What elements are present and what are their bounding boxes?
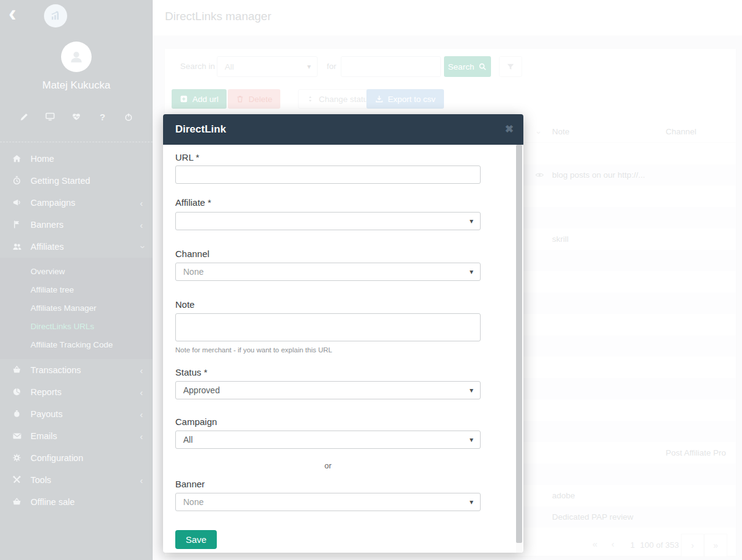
banner-value: None xyxy=(183,497,203,507)
modal-body: URL * Affiliate * ▾ Channel None ▾ Note … xyxy=(163,145,523,553)
modal-scrollbar[interactable] xyxy=(516,145,522,553)
affiliate-label: Affiliate * xyxy=(175,197,211,208)
affiliate-select[interactable]: ▾ xyxy=(175,212,481,230)
note-hint: Note for merchant - if you want to expla… xyxy=(175,346,332,354)
url-label: URL * xyxy=(175,152,199,162)
url-input[interactable] xyxy=(175,165,481,184)
modal-title: DirectLink xyxy=(175,123,226,136)
campaign-value: All xyxy=(183,435,193,445)
or-label: or xyxy=(163,461,493,470)
caret-down-icon: ▾ xyxy=(470,386,473,395)
caret-down-icon: ▾ xyxy=(470,267,473,276)
note-label: Note xyxy=(175,299,195,310)
channel-select[interactable]: None ▾ xyxy=(175,263,481,281)
caret-down-icon: ▾ xyxy=(470,217,473,225)
app-window: ‹ Matej Kukucka ? xyxy=(0,0,742,560)
modal-header: DirectLink ✖ xyxy=(163,114,523,145)
banner-select[interactable]: None ▾ xyxy=(175,493,481,511)
note-textarea[interactable] xyxy=(175,313,481,341)
caret-down-icon: ▾ xyxy=(470,435,473,444)
banner-label: Banner xyxy=(175,479,205,489)
status-value: Approved xyxy=(183,385,220,395)
campaign-select[interactable]: All ▾ xyxy=(175,431,481,449)
save-button[interactable]: Save xyxy=(175,530,217,549)
campaign-label: Campaign xyxy=(175,416,217,427)
channel-label: Channel xyxy=(175,249,209,259)
caret-down-icon: ▾ xyxy=(470,498,473,506)
modal-scrollbar-thumb[interactable] xyxy=(516,145,522,543)
channel-value: None xyxy=(183,267,203,277)
close-icon[interactable]: ✖ xyxy=(505,123,514,136)
status-select[interactable]: Approved ▾ xyxy=(175,381,481,399)
status-label: Status * xyxy=(175,367,208,377)
directlink-modal: DirectLink ✖ URL * Affiliate * ▾ Channel… xyxy=(163,114,523,553)
